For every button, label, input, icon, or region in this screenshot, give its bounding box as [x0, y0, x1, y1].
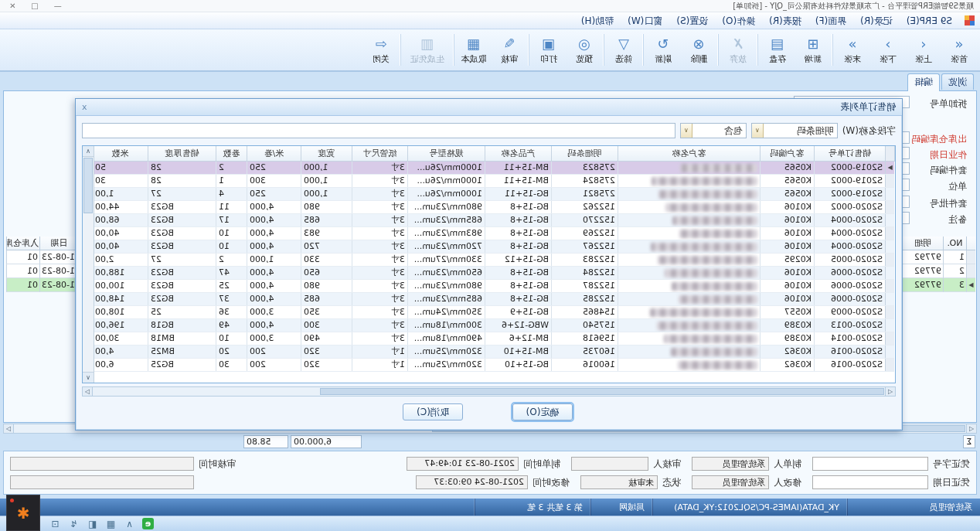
column-header[interactable]: 宽度 [301, 146, 352, 161]
toolbar-button-audit[interactable]: ✎审核 [492, 31, 527, 69]
cancel-button[interactable]: 取消(C) [403, 403, 463, 420]
toolbar-button-del[interactable]: ⊗删除 [681, 31, 716, 69]
bg-grid-row[interactable]: 297792 [900, 264, 975, 278]
operator-select[interactable]: 包含 ∨ [680, 123, 747, 138]
table-row[interactable]: S2020-0004K0106152270BG-15+8685mm/23um..… [93, 213, 895, 226]
toolbar-button-label: 预览 [576, 53, 593, 65]
table-cell: S2020-0004 [815, 240, 886, 253]
toolbar-button-last[interactable]: »末张 [835, 31, 870, 69]
toolbar-button-refresh[interactable]: ↻刷新 [645, 31, 681, 69]
table-row[interactable]: S2020-0005K0295152283BG-15+12330mm/27um.… [93, 253, 895, 266]
table-row[interactable]: S2020-0009K0557154865BG-15+9350mm/24um..… [93, 305, 895, 318]
table-row[interactable]: ▶S2019-0002K0565275823BM-15+111000mm/26u… [93, 161, 895, 174]
column-header[interactable]: 卷数 [216, 146, 247, 161]
toolbar-button-filter[interactable]: ▽筛选 [606, 31, 641, 69]
toolbar-button-print[interactable]: ▣打印 [531, 31, 567, 69]
table-row[interactable]: S2020-0004K0106152267BG-15+8720mm/23um..… [93, 240, 895, 253]
apps-icon[interactable]: ⊡ [49, 519, 61, 529]
table-cell: S2019-0002 [815, 161, 886, 174]
green-app-icon[interactable]: e [142, 518, 154, 529]
table-row[interactable]: S2020-0016K0362160735BM-15+10320mm/25um.… [93, 345, 895, 358]
shield-icon[interactable]: ◧ [87, 519, 98, 529]
table-cell: 4 [216, 187, 247, 200]
column-header[interactable]: 米数 [93, 146, 148, 161]
minimize-button[interactable]: — [54, 2, 62, 10]
column-header[interactable]: 销售厚度 [148, 146, 216, 161]
toolbar-button-prev[interactable]: ‹上张 [906, 31, 941, 69]
column-header[interactable]: 米/卷 [247, 146, 301, 161]
column-header[interactable]: 销售订单号 [815, 146, 886, 161]
menu-item[interactable]: 报表(R) [762, 12, 808, 29]
chevron-down-icon[interactable]: ∨ [681, 124, 692, 138]
scroll-left-icon[interactable]: ◁ [885, 387, 895, 396]
menu-item[interactable]: 窗口(W) [621, 12, 669, 29]
bg-grid-left[interactable]: NO.明细197792297792▶397792 [900, 237, 975, 292]
orders-hscrollbar[interactable]: ◁ ▷ [82, 386, 896, 397]
tab-browse[interactable]: 浏览 [941, 73, 974, 90]
toolbar-button-first[interactable]: «首张 [941, 31, 977, 69]
bg-grid-row[interactable]: 2021-08-2301 [5, 250, 78, 264]
toolbar-button-preview[interactable]: ◎预览 [567, 31, 602, 69]
expand-icon[interactable]: ∧ [124, 519, 135, 529]
column-header[interactable]: 客户名称 [618, 146, 761, 161]
menu-item[interactable]: S9 ERP(E) [900, 12, 959, 29]
table-row[interactable]: S2020-0016K0362160016BG-15+10320mm/25um.… [93, 358, 895, 371]
ok-button[interactable]: 确定(O) [512, 403, 573, 420]
table-row[interactable]: S2020-0002K0106152262BG-15+8980mm/23um..… [93, 200, 895, 213]
scroll-left-icon[interactable]: ◁ [966, 424, 976, 433]
table-row[interactable]: S2019-0002K0565275824BM-15+111000mm/26u.… [93, 174, 895, 187]
tab-edit[interactable]: 编辑 [907, 73, 940, 91]
table-row[interactable]: S2020-0006K0106152284BG-15+8650mm/23um..… [93, 266, 895, 279]
field-select[interactable]: 明细条码 ∨ [751, 123, 838, 138]
table-cell: BM-15+11 [485, 161, 552, 174]
column-header[interactable]: 纸管尺寸 [352, 146, 408, 161]
dialog-close-icon[interactable]: x [82, 102, 87, 112]
orders-table[interactable]: 销售订单号客户编码客户名称明细条码产品名称规格型号纸管尺寸宽度米/卷卷数销售厚度… [92, 146, 895, 372]
table-row[interactable]: S2020-0013K0389157540WBG-12+6300mm/18um.… [93, 318, 895, 332]
toolbar-button-close[interactable]: ⇦关闭 [363, 31, 399, 69]
voucher-no-input[interactable] [812, 457, 928, 471]
menu-item[interactable]: 操作(O) [715, 12, 762, 29]
menu-item[interactable]: 帮助(H) [574, 12, 621, 29]
grid-icon[interactable]: ▦ [105, 519, 117, 529]
table-row[interactable]: S2020-0004K0106152269BG-15+8983mm/23um..… [93, 226, 895, 240]
toolbar-button-add[interactable]: ⊞新增 [795, 31, 831, 69]
menu-item[interactable]: 记录(R) [853, 12, 900, 29]
column-header[interactable]: 明细条码 [552, 146, 618, 161]
bg-grid-cell: 97792 [902, 278, 943, 292]
scroll-thumb[interactable] [320, 388, 884, 395]
bg-grid-row[interactable]: 197792 [900, 250, 975, 264]
table-row[interactable]: S2020-0006K0106152285BG-15+8685mm/23um..… [93, 292, 895, 305]
chevron-down-icon[interactable]: ∨ [752, 124, 764, 138]
scroll-right-icon[interactable]: ▷ [4, 424, 14, 433]
desktop-widget[interactable]: ✱ [6, 495, 40, 531]
voucher-date-input[interactable] [812, 475, 928, 489]
orders-vscrollbar[interactable]: ∧ ∨ [83, 146, 94, 383]
table-row[interactable]: S2020-0006K0106152287BG-15+8980mm/23um..… [93, 279, 895, 292]
bg-grid-row[interactable]: 2021-08-2301 [5, 264, 78, 278]
table-row[interactable]: S2019-0002K0565275821BG-15+111000mm/26u.… [93, 187, 895, 200]
bg-grid-right[interactable]: 日期入库仓库2021-08-23012021-08-23012021-08-23… [5, 237, 78, 292]
search-input[interactable] [82, 123, 675, 138]
table-row[interactable]: S2020-0014K0389159618BM-12+6490mm/18um..… [93, 332, 895, 345]
toolbar-button-next[interactable]: ›下张 [870, 31, 906, 69]
scroll-right-icon[interactable]: ▷ [83, 387, 93, 396]
table-cell: 320 [301, 345, 352, 358]
menu-item[interactable]: 界面(F) [808, 12, 853, 29]
toolbar-button-cost[interactable]: ▦取成本 [456, 31, 492, 69]
bg-grid-row[interactable]: 2021-08-2301 [5, 278, 78, 292]
menu-item[interactable]: 设置(S) [669, 12, 715, 29]
orders-grid: 销售订单号客户编码客户名称明细条码产品名称规格型号纸管尺寸宽度米/卷卷数销售厚度… [82, 145, 896, 383]
toolbar-button-save[interactable]: ▤存盘 [760, 31, 795, 69]
column-header[interactable]: 客户编码 [761, 146, 815, 161]
print-icon: ▣ [543, 36, 556, 53]
close-button[interactable]: ✕ [9, 2, 15, 10]
column-header[interactable]: 产品名称 [485, 146, 552, 161]
maximize-button[interactable]: □ [31, 2, 38, 10]
lightning-icon[interactable]: ↯ [68, 519, 80, 529]
scroll-thumb[interactable] [83, 158, 93, 213]
scroll-up-icon[interactable]: ∧ [83, 146, 94, 157]
scroll-down-icon[interactable]: ∨ [83, 372, 94, 383]
bg-grid-row[interactable]: ▶397792 [900, 278, 975, 292]
column-header[interactable]: 规格型号 [408, 146, 485, 161]
